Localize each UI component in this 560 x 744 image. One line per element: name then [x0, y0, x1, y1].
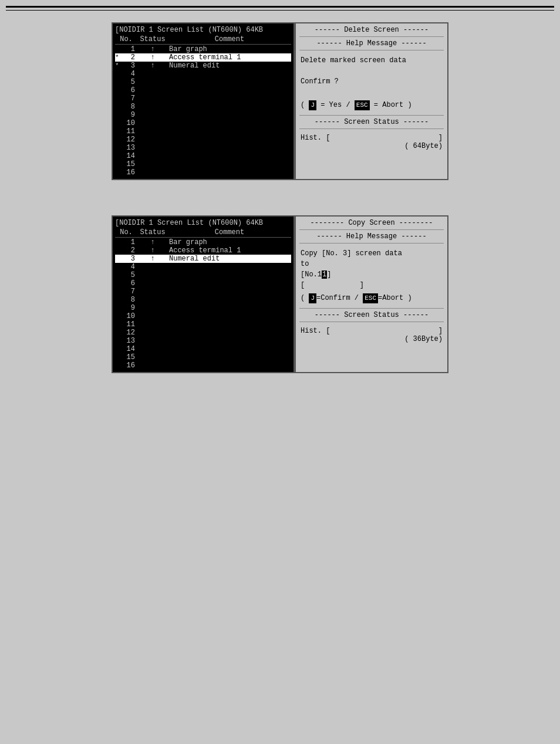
list-item[interactable]: 8	[115, 103, 291, 111]
list-item[interactable]: 9	[115, 111, 291, 119]
right-panel-delete: ------ Delete Screen ------ ------ Help …	[295, 23, 447, 179]
screen-status-title-1: ------ Screen Status ------	[299, 118, 444, 126]
row-mark: *	[115, 54, 121, 61]
col-comment-label-1: Comment	[168, 35, 291, 43]
help-line-1-1: Delete marked screen data	[301, 55, 443, 66]
row-status: ↑	[137, 238, 168, 246]
row-mark: *	[115, 62, 121, 69]
col-status-label-2: Status	[137, 228, 168, 236]
row-number: 6	[121, 86, 137, 94]
list-item[interactable]: 6	[115, 86, 291, 94]
list-item[interactable]: 10	[115, 119, 291, 127]
hist-label-1: Hist. [	[301, 134, 330, 142]
list-item[interactable]: *3↑Numeral edit	[115, 62, 291, 70]
copy-screen-title: -------- Copy Screen --------	[299, 219, 444, 227]
help-line-2-1: Copy [No. 3] screen data	[301, 248, 443, 259]
row-status: ↑	[137, 246, 168, 255]
list-item[interactable]: 15	[115, 353, 291, 361]
list-item[interactable]: 5	[115, 78, 291, 86]
terminal-block-copy: [NOIDIR 1 Screen List (NT600N) 64KB No. …	[112, 215, 448, 373]
row-number: 15	[121, 353, 137, 361]
screen-status-box-2: Hist. [ ] ( 36Byte)	[299, 324, 444, 346]
row-comment: Bar graph	[168, 238, 291, 246]
screen-list-panel-1: [NOIDIR 1 Screen List (NT600N) 64KB No. …	[113, 23, 295, 179]
size-line-2: ( 36Byte)	[301, 335, 443, 343]
screen-list-panel-2: [NOIDIR 1 Screen List (NT600N) 64KB No. …	[113, 217, 295, 372]
key-j-2[interactable]: J	[309, 293, 316, 303]
list-item[interactable]: 4	[115, 70, 291, 78]
col-status-label-1: Status	[137, 35, 168, 43]
list-item[interactable]: 14	[115, 345, 291, 353]
list-item[interactable]: 9	[115, 304, 291, 312]
list-item[interactable]: 2↑Access terminal 1	[115, 246, 291, 255]
row-status: ↑	[137, 255, 168, 263]
list-item[interactable]: 12	[115, 329, 291, 337]
list-item[interactable]: 16	[115, 168, 291, 177]
list-item[interactable]: 10	[115, 312, 291, 320]
list-item[interactable]: 16	[115, 361, 291, 370]
list-item[interactable]: 13	[115, 144, 291, 152]
list-item[interactable]: 11	[115, 320, 291, 329]
panel-title-1: [NOIDIR 1 Screen List (NT600N) 64KB	[115, 26, 291, 34]
row-number: 4	[121, 263, 137, 271]
row-comment: Bar graph	[168, 45, 291, 53]
list-item[interactable]: 11	[115, 127, 291, 136]
list-item[interactable]: 6	[115, 279, 291, 288]
list-item[interactable]: 13	[115, 337, 291, 345]
row-status: ↑	[137, 62, 168, 70]
list-item[interactable]: 7	[115, 288, 291, 296]
row-number: 9	[121, 304, 137, 312]
screen-list-rows-2: 1↑Bar graph 2↑Access terminal 1 3↑Numera…	[115, 238, 291, 370]
row-number: 5	[121, 78, 137, 86]
divider-2c	[299, 308, 444, 309]
key-esc-2[interactable]: ESC	[363, 293, 378, 303]
row-number: 16	[121, 361, 137, 370]
row-number: 13	[121, 337, 137, 345]
divider-2a	[299, 229, 444, 230]
help-line-1-3: Confirm ?	[301, 76, 443, 87]
row-number: 10	[121, 119, 137, 127]
row-number: 7	[121, 94, 137, 103]
size-line-1: ( 64Byte)	[301, 142, 443, 150]
row-number: 16	[121, 168, 137, 177]
list-item[interactable]: 15	[115, 160, 291, 168]
top-rule	[6, 6, 554, 11]
list-item[interactable]: 1↑Bar graph	[115, 45, 291, 53]
list-item[interactable]: 14	[115, 152, 291, 160]
panel-title-2: [NOIDIR 1 Screen List (NT600N) 64KB	[115, 219, 291, 227]
hist-row-1: Hist. [ ]	[301, 134, 443, 142]
confirm-line-2: ( J=Confirm / ESC=Abort )	[301, 293, 443, 303]
divider-1c	[299, 115, 444, 116]
row-number: 14	[121, 345, 137, 353]
row-comment: Numeral edit	[168, 62, 291, 70]
divider-1b	[299, 50, 444, 50]
divider-2b	[299, 243, 444, 244]
hist-end-2: ]	[438, 327, 443, 335]
row-number: 7	[121, 288, 137, 296]
list-item[interactable]: 3↑Numeral edit	[115, 255, 291, 263]
key-esc-1[interactable]: ESC	[355, 100, 370, 110]
row-number: 11	[121, 127, 137, 136]
delete-screen-title: ------ Delete Screen ------	[299, 26, 444, 34]
list-item[interactable]: 12	[115, 136, 291, 144]
list-item[interactable]: 7	[115, 94, 291, 103]
section-delete: [NOIDIR 1 Screen List (NT600N) 64KB No. …	[0, 22, 560, 180]
list-item[interactable]: 1↑Bar graph	[115, 238, 291, 246]
hist-end-1: ]	[438, 134, 443, 142]
row-number: 6	[121, 279, 137, 288]
row-status: ↑	[137, 53, 168, 62]
list-item[interactable]: 5	[115, 271, 291, 279]
col-no-label-1: No.	[115, 35, 137, 43]
row-number: 12	[121, 329, 137, 337]
page-wrapper: [NOIDIR 1 Screen List (NT600N) 64KB No. …	[0, 0, 560, 744]
row-number: 14	[121, 152, 137, 160]
row-status: ↑	[137, 45, 168, 53]
list-item[interactable]: *2↑Access terminal 1	[115, 53, 291, 62]
row-comment: Access terminal 1	[168, 53, 291, 62]
list-item[interactable]: 4	[115, 263, 291, 271]
row-number: 15	[121, 160, 137, 168]
key-j-1[interactable]: J	[309, 100, 316, 110]
list-item[interactable]: 8	[115, 296, 291, 304]
screen-status-box-1: Hist. [ ] ( 64Byte)	[299, 131, 444, 153]
row-comment: Numeral edit	[168, 255, 291, 263]
